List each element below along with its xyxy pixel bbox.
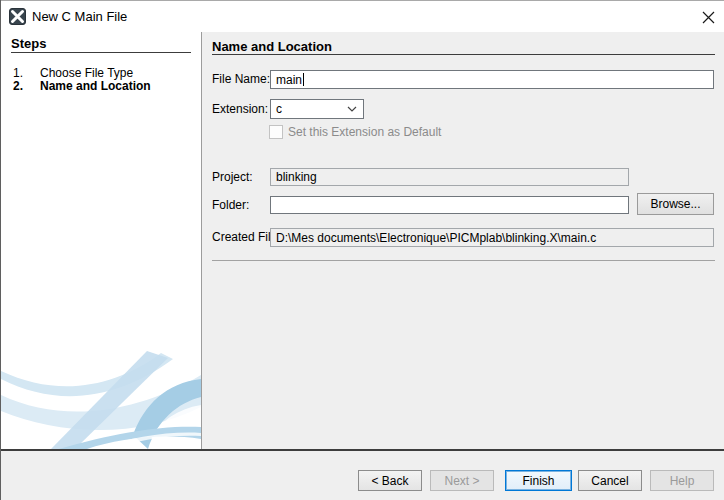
extension-label: Extension: [212, 99, 268, 119]
step-label: Name and Location [40, 79, 151, 93]
set-default-checkbox[interactable] [269, 125, 283, 139]
step-label: Choose File Type [40, 66, 133, 80]
step-item-name-and-location: 2. Name and Location [1, 79, 201, 92]
button-bar: < Back Next > Finish Cancel Help [1, 451, 724, 500]
close-button[interactable] [696, 6, 720, 28]
set-default-checkbox-label: Set this Extension as Default [288, 125, 441, 139]
section-underline [212, 54, 715, 55]
form-divider [212, 260, 715, 261]
file-name-value: main [276, 73, 302, 87]
finish-button[interactable]: Finish [505, 470, 572, 491]
mplab-x-logo-icon [9, 8, 26, 25]
name-location-panel: Name and Location File Name: main Extens… [202, 32, 724, 449]
created-file-field: D:\Mes documents\Electronique\PICMplab\b… [270, 228, 714, 247]
steps-panel: Steps 1. Choose File Type 2. Name and Lo… [1, 32, 202, 449]
project-value: blinking [276, 170, 317, 184]
title-bar: New C Main File [1, 1, 724, 32]
steps-underline [11, 52, 191, 53]
extension-value: c [276, 102, 282, 116]
browse-button[interactable]: Browse... [637, 193, 714, 215]
created-file-value: D:\Mes documents\Electronique\PICMplab\b… [276, 231, 596, 245]
cancel-button[interactable]: Cancel [578, 470, 642, 491]
dialog-left-edge [0, 0, 1, 500]
window-title: New C Main File [32, 1, 127, 32]
folder-label: Folder: [212, 196, 249, 214]
extension-select[interactable]: c [270, 99, 364, 119]
folder-input[interactable] [270, 196, 629, 214]
chevron-down-icon [347, 106, 357, 112]
back-button[interactable]: < Back [358, 470, 422, 491]
text-cursor [303, 73, 304, 86]
steps-header: Steps [11, 36, 46, 51]
new-c-main-file-dialog: New C Main File Steps 1. Choose File Typ… [0, 0, 724, 500]
close-icon [702, 11, 715, 24]
step-number: 1. [13, 66, 23, 80]
file-name-input[interactable]: main [270, 70, 714, 89]
watermark-graphic [1, 349, 201, 449]
dialog-top-edge [0, 0, 724, 1]
step-item-choose-file-type: 1. Choose File Type [1, 66, 201, 79]
project-label: Project: [212, 168, 253, 186]
help-button[interactable]: Help [650, 470, 714, 491]
file-name-label: File Name: [212, 70, 270, 89]
next-button[interactable]: Next > [430, 470, 494, 491]
project-field: blinking [270, 168, 629, 186]
section-title: Name and Location [212, 39, 332, 54]
step-number: 2. [13, 79, 23, 93]
